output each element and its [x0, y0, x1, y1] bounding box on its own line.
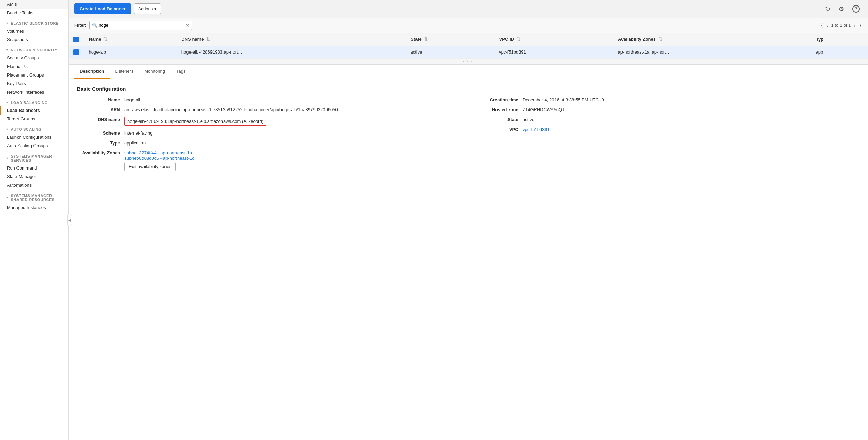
row-checkbox[interactable] — [73, 49, 79, 55]
row-checkbox-cell[interactable] — [69, 46, 84, 59]
sidebar-item-elastic-ips[interactable]: Elastic IPs — [0, 62, 68, 71]
az-values: subnet-3274ff44 - ap-northeast-1a subnet… — [124, 150, 194, 171]
main-content: Create Load Balancer Actions ▾ ↻ ⚙ ? Fil… — [69, 0, 868, 440]
sidebar-item-placement-groups[interactable]: Placement Groups — [0, 71, 68, 79]
tab-listeners[interactable]: Listeners — [110, 65, 139, 79]
col-name[interactable]: Name ⇅ — [84, 33, 176, 46]
collapse-section-icon: ▼ — [5, 128, 9, 131]
hosted-zone-value: Z14GRHDCWA56QT — [523, 107, 565, 112]
sidebar-toggle[interactable]: ◀ — [67, 215, 72, 225]
toolbar: Create Load Balancer Actions ▾ ↻ ⚙ ? — [69, 0, 868, 18]
name-label: Name: — [77, 97, 122, 102]
collapse-icon: ◀ — [68, 218, 71, 222]
actions-label: Actions — [138, 6, 153, 11]
sidebar-item-amis[interactable]: AMIs — [0, 0, 68, 9]
az-label: Availability Zones: — [77, 150, 122, 171]
create-load-balancer-button[interactable]: Create Load Balancer — [74, 3, 131, 14]
filter-input[interactable] — [89, 21, 192, 30]
sidebar-section-network-security-header: ▼ NETWORK & SECURITY — [0, 44, 68, 54]
sidebar-item-target-groups[interactable]: Target Groups — [0, 115, 68, 123]
sidebar-item-managed-instances[interactable]: Managed Instances — [0, 203, 68, 212]
sidebar-section-systems-manager-shared-header: ▼ SYSTEMS MANAGER SHARED RESOURCES — [0, 189, 68, 203]
vpc-row: VPC: vpc-f51bd391 — [475, 127, 860, 132]
edit-az-button[interactable]: Edit availability zones — [124, 162, 176, 171]
sidebar: AMIsBundle Tasks▼ ELASTIC BLOCK STOREVol… — [0, 0, 69, 440]
table-row[interactable]: hoge-alb hoge-alb-428691983.ap-nort… act… — [69, 46, 868, 59]
type-value: application — [124, 140, 146, 146]
sort-dns-icon: ⇅ — [206, 37, 210, 42]
filter-bar: Filter: 🔍 ✕ ⟨ ‹ 1 to 1 of 1 › ⟩ — [69, 18, 868, 33]
help-button[interactable]: ? — [849, 3, 863, 14]
sidebar-item-automations[interactable]: Automations — [0, 181, 68, 189]
state-label: State: — [475, 117, 520, 122]
sidebar-item-bundle-tasks[interactable]: Bundle Tasks — [0, 9, 68, 17]
sidebar-item-auto-scaling-groups[interactable]: Auto Scaling Groups — [0, 141, 68, 150]
arn-row: ARN: arn:aws:elasticloadbalancing:ap-nor… — [77, 107, 461, 112]
next-page-button[interactable]: › — [852, 22, 857, 29]
col-az[interactable]: Availability Zones ⇅ — [613, 33, 811, 46]
row-state: active — [406, 46, 494, 59]
az-row: Availability Zones: subnet-3274ff44 - ap… — [77, 150, 461, 171]
basic-config-title: Basic Configuration — [77, 86, 860, 92]
arn-value: arn:aws:elasticloadbalancing:ap-northeas… — [124, 107, 338, 112]
first-page-button[interactable]: ⟨ — [820, 22, 824, 29]
collapse-section-icon: ▼ — [5, 196, 9, 199]
name-value: hoge-alb — [124, 97, 142, 102]
scheme-row: Scheme: internet-facing — [77, 130, 461, 136]
filter-label: Filter: — [74, 23, 87, 28]
select-all-header[interactable] — [69, 33, 84, 46]
prev-page-button[interactable]: ‹ — [825, 22, 830, 29]
row-name: hoge-alb — [84, 46, 176, 59]
az-value1[interactable]: subnet-3274ff44 - ap-northeast-1a — [124, 150, 192, 155]
tab-tags[interactable]: Tags — [171, 65, 191, 79]
collapse-section-icon: ▼ — [5, 157, 9, 160]
last-page-button[interactable]: ⟩ — [858, 22, 863, 29]
dns-name-value: hoge-alb-428691983.ap-northeast-1.elb.am… — [124, 117, 266, 126]
sidebar-item-snapshots[interactable]: Snapshots — [0, 35, 68, 44]
load-balancers-table: Name ⇅ DNS name ⇅ State ⇅ VPC ID ⇅ Avail… — [69, 33, 868, 59]
row-dns-name: hoge-alb-428691983.ap-nort… — [176, 46, 406, 59]
sort-state-icon: ⇅ — [424, 37, 428, 42]
sidebar-item-run-command[interactable]: Run Command — [0, 164, 68, 172]
sidebar-item-key-pairs[interactable]: Key Pairs — [0, 79, 68, 88]
pagination-info: ⟨ ‹ 1 to 1 of 1 › ⟩ — [820, 22, 863, 29]
col-state[interactable]: State ⇅ — [406, 33, 494, 46]
tab-monitoring[interactable]: Monitoring — [139, 65, 171, 79]
actions-button[interactable]: Actions ▾ — [134, 3, 161, 14]
sidebar-item-security-groups[interactable]: Security Groups — [0, 54, 68, 62]
az-value2[interactable]: subnet-8d08d0d5 - ap-northeast-1c — [124, 155, 194, 161]
sidebar-item-launch-configurations[interactable]: Launch Configurations — [0, 133, 68, 141]
resize-dots: • • • — [463, 60, 473, 63]
vpc-value[interactable]: vpc-f51bd391 — [523, 127, 550, 132]
sidebar-item-state-manager[interactable]: State Manager — [0, 172, 68, 181]
resize-handle[interactable]: • • • — [69, 59, 868, 65]
sidebar-section-systems-manager-services-header: ▼ SYSTEMS MANAGER SERVICES — [0, 150, 68, 164]
col-dns-name[interactable]: DNS name ⇅ — [176, 33, 406, 46]
hosted-zone-label: Hosted zone: — [475, 107, 520, 112]
sort-az-icon: ⇅ — [659, 37, 662, 42]
search-icon: 🔍 — [92, 23, 98, 28]
row-az: ap-northeast-1a, ap-nor… — [613, 46, 811, 59]
sidebar-section-elastic-block-store-header: ▼ ELASTIC BLOCK STORE — [0, 17, 68, 27]
select-all-checkbox[interactable] — [73, 37, 79, 42]
detail-tabs: DescriptionListenersMonitoringTags — [69, 65, 868, 79]
detail-left-col: Name: hoge-alb ARN: arn:aws:elasticloadb… — [77, 97, 461, 176]
tab-description[interactable]: Description — [74, 65, 110, 79]
sidebar-item-volumes[interactable]: Volumes — [0, 27, 68, 35]
help-icon: ? — [852, 5, 860, 13]
row-type: app — [811, 46, 868, 59]
col-vpc-id[interactable]: VPC ID ⇅ — [494, 33, 613, 46]
sidebar-item-network-interfaces[interactable]: Network Interfaces — [0, 88, 68, 96]
gear-icon: ⚙ — [838, 5, 844, 12]
hosted-zone-row: Hosted zone: Z14GRHDCWA56QT — [475, 107, 860, 112]
refresh-button[interactable]: ↻ — [822, 4, 833, 14]
col-type[interactable]: Typ — [811, 33, 868, 46]
arn-label: ARN: — [77, 107, 122, 112]
scheme-label: Scheme: — [77, 130, 122, 136]
type-label: Type: — [77, 140, 122, 146]
settings-button[interactable]: ⚙ — [836, 4, 847, 14]
clear-filter-button[interactable]: ✕ — [185, 23, 190, 28]
name-row: Name: hoge-alb — [77, 97, 461, 102]
row-vpc-id: vpc-f51bd391 — [494, 46, 613, 59]
sidebar-item-load-balancers[interactable]: Load Balancers — [0, 106, 68, 115]
